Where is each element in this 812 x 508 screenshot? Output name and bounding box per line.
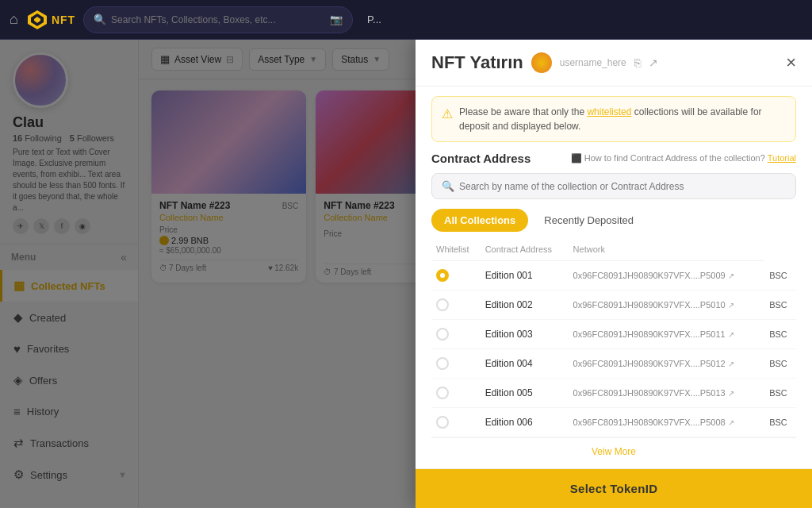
contract-address-edition004: 0x96FC8091JH90890K97VFX....P5012	[573, 359, 726, 368]
collections-table: Whitelist Contract Address Network Editi…	[431, 238, 796, 437]
edition-name-edition004: Edition 004	[485, 358, 533, 369]
table-row[interactable]: Edition 0060x96FC8091JH90890K97VFX....P5…	[431, 408, 796, 437]
contract-address-edition002: 0x96FC8091JH90890K97VFX....P5010	[573, 300, 726, 310]
warning-link[interactable]: whitelisted	[587, 106, 631, 117]
share-icon[interactable]: ↗	[649, 56, 658, 69]
external-link-edition006[interactable]: ↗	[728, 418, 734, 427]
collection-search-icon: 🔍	[442, 180, 454, 192]
modal-footer: Select TokenID	[416, 468, 812, 508]
edition-name-edition002: Edition 002	[485, 299, 533, 310]
contract-address-edition006: 0x96FC8091JH90890K97VFX....P5008	[573, 418, 726, 427]
edition-name-edition005: Edition 005	[485, 387, 533, 398]
external-link-edition005[interactable]: ↗	[728, 389, 734, 398]
nav-item[interactable]: P...	[367, 13, 381, 25]
radio-circle-edition004[interactable]	[436, 357, 449, 370]
edition-name-edition006: Edition 006	[485, 417, 533, 428]
contract-address-edition003: 0x96FC8091JH90890K97VFX....P5011	[573, 329, 726, 339]
external-link-edition004[interactable]: ↗	[728, 360, 734, 368]
user-avatar-small	[531, 52, 552, 73]
collection-search[interactable]: 🔍	[431, 173, 796, 199]
network-badge-edition002: BSC	[769, 300, 787, 310]
logo-icon	[26, 9, 48, 31]
modal-overlay: NFT Yatırın username_here ⎘ ↗ × ⚠ Please…	[0, 40, 812, 508]
network-badge-edition004: BSC	[769, 359, 787, 368]
table-row[interactable]: Edition 0040x96FC8091JH90890K97VFX....P5…	[431, 349, 796, 379]
search-bar[interactable]: 🔍 📷	[83, 6, 353, 33]
tab-all-collections[interactable]: All Collections	[431, 209, 528, 232]
modal-username: username_here	[560, 57, 626, 68]
table-row[interactable]: Edition 0050x96FC8091JH90890K97VFX....P5…	[431, 379, 796, 408]
contract-help: ⬛ How to find Contract Address of the co…	[571, 153, 796, 164]
logo-text: NFT	[52, 13, 75, 26]
modal-title: NFT Yatırın	[431, 52, 523, 73]
modal-warning: ⚠ Please be aware that only the whitelis…	[431, 96, 796, 142]
radio-circle-edition001[interactable]	[436, 269, 449, 282]
select-token-button[interactable]: Select TokenID	[416, 469, 812, 508]
external-link-edition003[interactable]: ↗	[728, 330, 734, 339]
external-link-edition002[interactable]: ↗	[728, 301, 734, 310]
radio-circle-edition002[interactable]	[436, 298, 449, 311]
copy-icon[interactable]: ⎘	[634, 56, 641, 69]
col-network: Network	[569, 238, 765, 261]
network-badge-edition005: BSC	[769, 388, 787, 398]
search-icon: 🔍	[94, 13, 106, 25]
contract-address-edition005: 0x96FC8091JH90890K97VFX....P5013	[573, 388, 726, 398]
contract-address-edition001: 0x96FC8091JH90890K97VFX....P5009	[573, 271, 726, 280]
close-button[interactable]: ×	[786, 54, 796, 71]
radio-circle-edition003[interactable]	[436, 328, 449, 341]
network-badge-edition001: BSC	[769, 271, 787, 280]
warning-icon: ⚠	[442, 105, 453, 124]
radio-circle-edition006[interactable]	[436, 416, 449, 429]
table-row[interactable]: Edition 0020x96FC8091JH90890K97VFX....P5…	[431, 291, 796, 320]
col-whitelist: Whitelist	[431, 238, 481, 261]
modal-header: NFT Yatırın username_here ⎘ ↗ ×	[416, 40, 812, 87]
warning-text-before: Please be aware that only the	[459, 106, 587, 117]
modal: NFT Yatırın username_here ⎘ ↗ × ⚠ Please…	[416, 40, 812, 508]
edition-name-edition003: Edition 003	[485, 329, 533, 340]
collections-table-wrapper: Whitelist Contract Address Network Editi…	[416, 238, 812, 468]
tab-recently-deposited[interactable]: Recently Deposited	[531, 209, 646, 232]
table-row[interactable]: Edition 0030x96FC8091JH90890K97VFX....P5…	[431, 320, 796, 349]
edition-name-edition001: Edition 001	[485, 270, 533, 281]
external-link-edition001[interactable]: ↗	[728, 271, 734, 280]
camera-icon: 📷	[330, 13, 343, 25]
tutorial-link[interactable]: Tutorial	[768, 153, 796, 163]
collection-search-input[interactable]	[459, 181, 786, 192]
home-icon[interactable]: ⌂	[10, 11, 18, 28]
col-contract-address: Contract Address	[481, 238, 569, 261]
view-more[interactable]: Veiw More	[431, 437, 796, 465]
network-badge-edition006: BSC	[769, 418, 787, 427]
network-badge-edition003: BSC	[769, 329, 787, 339]
search-input[interactable]	[111, 14, 325, 25]
logo: NFT	[26, 9, 75, 31]
radio-circle-edition005[interactable]	[436, 387, 449, 399]
contract-address-label: Contract Address	[431, 152, 530, 165]
table-row[interactable]: Edition 0010x96FC8091JH90890K97VFX....P5…	[431, 261, 796, 291]
